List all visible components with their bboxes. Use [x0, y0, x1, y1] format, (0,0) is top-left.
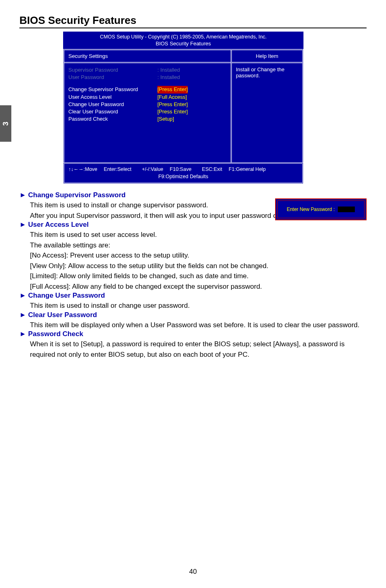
- footer-select: Enter:Select: [104, 166, 131, 173]
- footer-save: F10:Save: [170, 166, 192, 173]
- page-number: 40: [0, 568, 386, 576]
- bios-label: Password Check: [68, 115, 157, 123]
- bios-label: Change User Password: [68, 101, 157, 108]
- bios-help-text: Install or Change the password.: [232, 63, 302, 82]
- bios-value: : Installed: [157, 66, 180, 74]
- bios-subtitle: BIOS Security Features: [63, 40, 303, 49]
- bios-value: [Setup]: [157, 115, 174, 123]
- page-title: BIOS Security Features: [19, 14, 367, 28]
- section-heading: Change Supervisor Password: [19, 191, 367, 199]
- bios-setup-window: CMOS Setup Utility - Copyright (C) 1985-…: [63, 32, 303, 184]
- bios-row-userpw: User Password : Installed: [68, 74, 227, 81]
- section-heading: Clear User Password: [19, 311, 367, 319]
- footer-move: ↑↓←→:Move: [68, 166, 98, 173]
- bios-label: User Access Level: [68, 94, 157, 101]
- bios-right-panel: Help Item Install or Change the password…: [232, 50, 302, 162]
- footer-defaults: F9:Optimized Defaults: [68, 173, 298, 181]
- section-body: This item is used to set user access lev…: [30, 230, 367, 292]
- bios-row-clear-user[interactable]: Clear User Password [Press Enter]: [68, 108, 227, 115]
- bios-row-password-check[interactable]: Password Check [Setup]: [68, 115, 227, 123]
- bios-row-user-access[interactable]: User Access Level [Full Access]: [68, 94, 227, 101]
- footer-help: F1:General Help: [229, 166, 266, 173]
- bios-value-highlighted: [Press Enter]: [157, 86, 188, 93]
- bios-row-supervisor: Supervisor Password : Installed: [68, 66, 227, 74]
- bios-value: [Full Access]: [157, 94, 187, 101]
- section-heading: Password Check: [19, 330, 367, 338]
- bios-row-change-user[interactable]: Change User Password [Press Enter]: [68, 101, 227, 108]
- bios-label: User Password: [68, 74, 157, 81]
- password-dialog: Enter New Password :: [275, 198, 367, 220]
- bios-value: [Press Enter]: [157, 101, 188, 108]
- chapter-tab: 3: [0, 105, 11, 142]
- bios-label: Supervisor Password: [68, 66, 157, 74]
- bios-row-change-supervisor[interactable]: Change Supervisor Password [Press Enter]: [68, 86, 227, 93]
- footer-exit: ESC:Exit: [202, 166, 222, 173]
- bios-value: : Installed: [157, 74, 180, 81]
- chapter-number: 3: [1, 121, 10, 126]
- footer-value: +/-/:Value: [142, 166, 163, 173]
- bios-left-header: Security Settings: [64, 50, 231, 63]
- bios-label: Clear User Password: [68, 108, 157, 115]
- bios-left-panel: Security Settings Supervisor Password : …: [64, 50, 232, 162]
- bios-footer: ↑↓←→:Move Enter:Select +/-/:Value F10:Sa…: [63, 162, 303, 184]
- section-body: This item is used to install or change u…: [30, 300, 367, 311]
- bios-value: [Press Enter]: [157, 108, 188, 115]
- section-body: This item will be displayed only when a …: [30, 320, 367, 330]
- password-input[interactable]: [338, 207, 355, 212]
- section-body: When it is set to [Setup], a password is…: [30, 339, 367, 360]
- section-heading: User Access Level: [19, 221, 367, 229]
- bios-right-header: Help Item: [232, 50, 302, 63]
- bios-label: Change Supervisor Password: [68, 86, 157, 93]
- section-heading: Change User Password: [19, 292, 367, 300]
- bios-title: CMOS Setup Utility - Copyright (C) 1985-…: [63, 32, 303, 40]
- password-dialog-label: Enter New Password :: [287, 207, 335, 212]
